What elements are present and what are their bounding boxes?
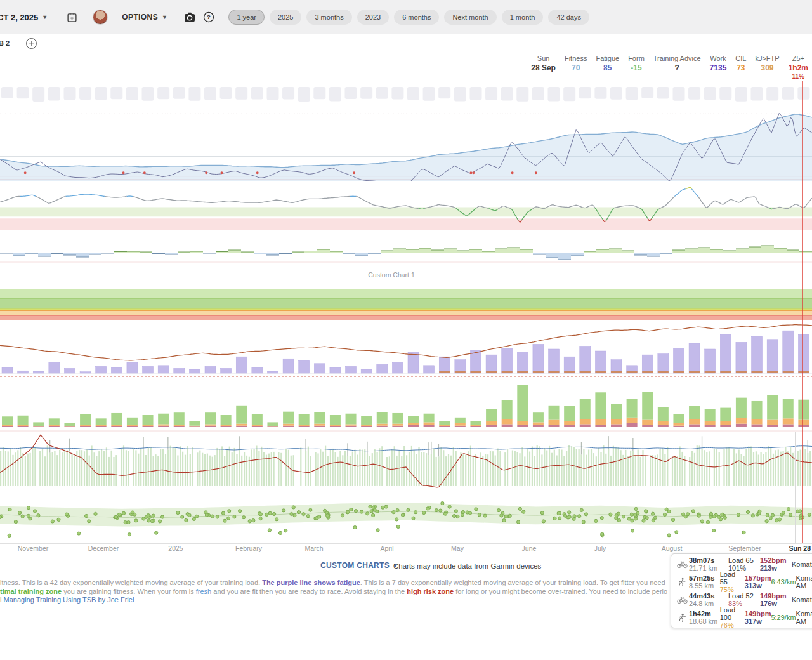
intervals-dashboard: CT 2, 2025 ▼ OPTIONS ▼: [0, 0, 812, 660]
range-pill-6-months[interactable]: 6 months: [394, 10, 439, 25]
activity-load-value: Load 65: [728, 557, 760, 564]
avatar[interactable]: [93, 10, 108, 25]
stat-fitness: Fitness70: [565, 55, 587, 80]
tab-row: B 2: [0, 34, 812, 52]
activity-location-name: Komatsu City: [792, 596, 812, 604]
activity-location: Komatsu CityAM: [796, 574, 812, 590]
activity-power: 176w: [760, 600, 792, 607]
range-pill-1-year[interactable]: 1 year: [228, 10, 265, 25]
activity-location-name: Komatsu City: [796, 610, 812, 617]
month-label-march: March: [304, 544, 323, 552]
month-label-august: August: [662, 544, 683, 552]
explanation-line: timal training zone you are gaining fitn…: [0, 588, 667, 597]
date-label: CT 2, 2025: [0, 13, 38, 22]
activity-popup: 38m07s21.71 kmLoad 65101%152bpm213wKomat…: [671, 553, 812, 628]
custom-charts-dropdown[interactable]: CUSTOM CHARTS ▼: [320, 561, 398, 570]
explanation-span: . This is a 7 day exponentially weighted…: [360, 579, 667, 586]
custom-chart-1[interactable]: [0, 289, 812, 320]
cursor-line: [795, 432, 796, 543]
activity-hr: 149bpm: [760, 592, 792, 600]
help-button[interactable]: ?: [203, 11, 214, 23]
weekly-load-chart[interactable]: [0, 324, 812, 374]
activity-location-sub: AM: [796, 582, 812, 590]
activity-load: Load 10076%: [720, 606, 745, 629]
screenshot-button[interactable]: [184, 12, 195, 22]
stat-label: Fitness: [565, 55, 587, 62]
calendar-add-button[interactable]: [67, 12, 77, 23]
activity-load-value: Load 52: [728, 592, 760, 600]
range-pill-3-months[interactable]: 3 months: [306, 10, 351, 25]
ramp-rate-chart[interactable]: [0, 232, 812, 263]
range-pill-42-days[interactable]: 42 days: [548, 10, 589, 25]
month-label-april: April: [380, 544, 393, 552]
weekly-zones-chart[interactable]: [0, 376, 812, 428]
activity-distance: 18.68 km: [689, 617, 720, 625]
activity-time: 44m43s: [689, 592, 728, 600]
options-menu[interactable]: OPTIONS ▼: [122, 13, 167, 22]
activity-time: 1h42m: [689, 610, 720, 617]
chevron-down-icon: ▼: [42, 14, 48, 20]
stat-value: -15: [628, 63, 645, 72]
tsb-article-link[interactable]: Managing Training Using TSB by Joe Friel: [4, 596, 134, 604]
activity-time-distance: 38m07s21.71 km: [689, 557, 728, 572]
activity-hr-power: 149bpm176w: [760, 592, 792, 607]
stat-work: Work7135: [710, 55, 727, 80]
month-label-july: July: [594, 544, 606, 552]
activity-power: 313w: [745, 582, 771, 590]
stat-value: 85: [596, 63, 619, 72]
activity-location: Komatsu City: [792, 560, 812, 568]
month-label-may: May: [451, 544, 464, 552]
range-pill-2023[interactable]: 2023: [357, 10, 389, 25]
custom-chart-title: Custom Chart 1: [0, 271, 783, 279]
fitness-fatigue-chart[interactable]: [0, 79, 812, 181]
activity-pace: 5:29/km: [771, 614, 796, 621]
garmin-note: Charts may include data from Garmin devi…: [393, 562, 541, 570]
month-label-november: November: [18, 544, 48, 552]
activity-row[interactable]: 57m25s8.55 kmLoad 5575%157bpm313w6:43/km…: [671, 573, 812, 591]
activity-power: 213w: [760, 564, 792, 572]
activity-hr: 152bpm: [760, 557, 792, 564]
stat-value: 70: [565, 63, 587, 72]
activity-bike-icon: [675, 596, 689, 604]
explanation-span: fresh: [196, 588, 211, 595]
activity-pace: 6:43/km: [771, 578, 796, 586]
stat-kj>ftp: kJ>FTP309: [755, 55, 779, 80]
explanation-text: itness. This is a 42 day exponentially w…: [0, 579, 667, 605]
activity-row[interactable]: 1h42m18.68 kmLoad 10076%149bpm317w5:29/k…: [671, 609, 812, 626]
range-pill-2025[interactable]: 2025: [270, 10, 301, 25]
run-icon: [678, 613, 686, 623]
stat-form: Form-15: [628, 55, 645, 80]
bike-icon: [677, 560, 688, 569]
hrv-scatter-chart[interactable]: [0, 491, 812, 543]
activity-run-icon: [675, 613, 689, 623]
activity-hr-power: 152bpm213w: [760, 557, 792, 572]
stat-label: CIL: [735, 55, 746, 62]
daily-hr-chart[interactable]: [0, 430, 812, 489]
date-selector[interactable]: CT 2, 2025 ▼: [0, 13, 48, 22]
explanation-span: itness. This is a 42 day exponentially w…: [0, 579, 262, 586]
activity-load: Load 5575%: [720, 571, 745, 593]
stat-sun: Sun28 Sep: [531, 55, 556, 80]
stat-value: 73: [735, 63, 746, 72]
explanation-span: and you are fit then you are ready to ra…: [211, 588, 407, 595]
activity-load: Load 5283%: [728, 592, 760, 607]
activity-run-icon: [675, 578, 689, 587]
stat-label: Training Advice: [653, 55, 701, 62]
stat-value: 309: [755, 63, 779, 72]
add-tab-icon[interactable]: [26, 38, 37, 49]
range-pill-1-month[interactable]: 1 month: [502, 10, 544, 25]
stat-value: ?: [653, 63, 701, 72]
form-chart[interactable]: [0, 183, 812, 230]
today-marker-line: [802, 81, 803, 543]
stat-z5+: Z5+1h2m11%: [789, 55, 808, 80]
camera-icon: [184, 12, 195, 22]
activity-distance: 8.55 km: [689, 582, 720, 590]
stat-label: Fatigue: [596, 55, 619, 62]
svg-text:?: ?: [207, 13, 211, 20]
activity-load-value: Load 100: [720, 606, 745, 621]
activity-hr: 157bpm: [745, 574, 771, 582]
range-pill-next-month[interactable]: Next month: [444, 10, 496, 25]
tab-label[interactable]: B 2: [0, 39, 10, 47]
stat-cil: CIL73: [735, 55, 746, 80]
stat-value: 28 Sep: [531, 63, 556, 72]
